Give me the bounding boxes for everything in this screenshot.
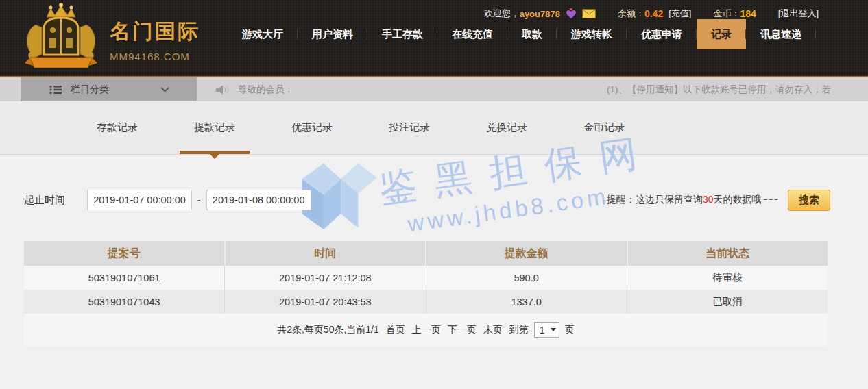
nav-item-user-profile[interactable]: 用户资料 bbox=[298, 19, 367, 49]
recharge-link[interactable]: [充值] bbox=[668, 8, 691, 20]
table-row: 5031901071043 2019-01-07 20:43:53 1337.0… bbox=[24, 290, 828, 314]
main-nav: 游戏大厅 用户资料 手工存款 在线充值 取款 游戏转帐 优惠申请 记录 讯息速递 bbox=[228, 19, 816, 49]
nav-item-withdraw[interactable]: 取款 bbox=[507, 19, 557, 49]
cell-proposal-id: 5031901071061 bbox=[24, 266, 225, 290]
reminder-text: 提醒：这边只保留查询30天的数据哦~~~ bbox=[607, 194, 778, 206]
cell-amount: 1337.0 bbox=[426, 290, 627, 314]
end-date-input[interactable] bbox=[206, 190, 311, 210]
tab-promo-records[interactable]: 优惠记录 bbox=[263, 101, 361, 154]
site-header: 名门国际 MM94168.COM 欢迎您， ayou7878 bbox=[0, 0, 868, 77]
col-header-proposal-id: 提案号 bbox=[24, 241, 226, 266]
mail-icon[interactable] bbox=[582, 9, 596, 18]
announcement-text: (1)、【停用通知】以下收款账号已停用，请勿存入，若 bbox=[607, 77, 831, 101]
nav-item-promo-apply[interactable]: 优惠申请 bbox=[627, 19, 697, 49]
filter-row: 起止时间 - 提醒：这边只保留查询30天的数据哦~~~ 搜索 bbox=[0, 190, 868, 210]
list-icon bbox=[49, 85, 62, 95]
withdrawal-table: 提案号 时间 提款金额 当前状态 5031901071061 2019-01-0… bbox=[24, 241, 828, 346]
announcement-prefix: 尊敬的会员： bbox=[238, 77, 293, 101]
pagination-prev[interactable]: 上一页 bbox=[412, 324, 441, 336]
nav-item-online-recharge[interactable]: 在线充值 bbox=[437, 19, 507, 49]
nav-item-game-hall[interactable]: 游戏大厅 bbox=[228, 19, 298, 49]
pagination: 共2条,每页50条,当前1/1 首页 上一页 下一页 末页 到第 1 页 bbox=[24, 314, 828, 346]
logo-emblem-icon bbox=[19, 3, 103, 77]
gold-value: 184 bbox=[740, 8, 756, 19]
cell-amount: 590.0 bbox=[426, 266, 627, 290]
balance-label: 余额： bbox=[618, 8, 644, 20]
avatar-heart-icon[interactable] bbox=[566, 8, 577, 19]
pagination-goto-suffix: 页 bbox=[565, 324, 575, 336]
content-area: 鉴黑担保网 www.jhdb8.com 起止时间 - 提醒：这边只保留查询30天… bbox=[0, 155, 868, 389]
caret-down-icon bbox=[551, 328, 556, 331]
page-select-value: 1 bbox=[540, 325, 545, 336]
pagination-summary: 共2条,每页50条,当前1/1 bbox=[277, 324, 379, 336]
record-tab-bar: 存款记录 提款记录 优惠记录 投注记录 兑换记录 金币记录 bbox=[0, 101, 868, 155]
cell-status: 已取消 bbox=[627, 290, 828, 314]
date-range-label: 起止时间 bbox=[24, 194, 65, 207]
nav-item-manual-deposit[interactable]: 手工存款 bbox=[367, 19, 437, 49]
category-label: 栏目分类 bbox=[71, 84, 109, 96]
pagination-last[interactable]: 末页 bbox=[483, 324, 503, 336]
tab-betting-records[interactable]: 投注记录 bbox=[361, 101, 458, 154]
nav-item-messages[interactable]: 讯息速递 bbox=[746, 19, 816, 49]
col-header-status: 当前状态 bbox=[628, 241, 828, 266]
nav-item-game-transfer[interactable]: 游戏转帐 bbox=[557, 19, 627, 49]
chevron-down-icon bbox=[160, 84, 169, 92]
col-header-time: 时间 bbox=[226, 241, 427, 266]
balance-value: 0.42 bbox=[644, 8, 663, 19]
cell-time: 2019-01-07 20:43:53 bbox=[225, 290, 426, 314]
nav-item-records[interactable]: 记录 bbox=[697, 19, 746, 49]
reminder-days: 30 bbox=[703, 194, 714, 205]
welcome-label: 欢迎您， bbox=[484, 8, 520, 20]
tab-exchange-records[interactable]: 兑换记录 bbox=[458, 101, 555, 154]
category-bar: 栏目分类 尊敬的会员： (1)、【停用通知】以下收款账号已停用，请勿存入，若 bbox=[0, 77, 868, 101]
page: 名门国际 MM94168.COM 欢迎您， ayou7878 bbox=[0, 0, 868, 389]
username: ayou7878 bbox=[520, 9, 560, 19]
search-button[interactable]: 搜索 bbox=[788, 190, 830, 211]
cell-time: 2019-01-07 21:12:08 bbox=[225, 266, 426, 290]
category-dropdown[interactable]: 栏目分类 bbox=[21, 77, 197, 101]
table-header-row: 提案号 时间 提款金额 当前状态 bbox=[24, 241, 828, 266]
site-domain: MM94168.COM bbox=[110, 51, 200, 62]
date-separator: - bbox=[197, 194, 201, 205]
page-select[interactable]: 1 bbox=[534, 322, 559, 338]
col-header-amount: 提款金额 bbox=[426, 241, 628, 266]
user-bar: 欢迎您， ayou7878 余额： 0.42 [充值] bbox=[484, 8, 819, 20]
cell-status: 待审核 bbox=[627, 266, 828, 290]
pagination-next[interactable]: 下一页 bbox=[448, 324, 477, 336]
table-row: 5031901071061 2019-01-07 21:12:08 590.0 … bbox=[24, 266, 828, 290]
speaker-icon bbox=[215, 84, 232, 98]
pagination-first[interactable]: 首页 bbox=[386, 324, 405, 336]
tab-withdrawal-records[interactable]: 提款记录 bbox=[166, 101, 263, 154]
tab-deposit-records[interactable]: 存款记录 bbox=[69, 101, 166, 154]
start-date-input[interactable] bbox=[87, 190, 192, 210]
site-title: 名门国际 bbox=[110, 18, 200, 46]
cell-proposal-id: 5031901071043 bbox=[24, 290, 225, 314]
logout-link[interactable]: [退出登入] bbox=[778, 8, 819, 20]
pagination-goto-label: 到第 bbox=[509, 324, 529, 336]
gold-label: 金币： bbox=[713, 8, 740, 20]
tab-gold-records[interactable]: 金币记录 bbox=[555, 101, 653, 154]
site-logo[interactable]: 名门国际 MM94168.COM bbox=[19, 3, 200, 77]
